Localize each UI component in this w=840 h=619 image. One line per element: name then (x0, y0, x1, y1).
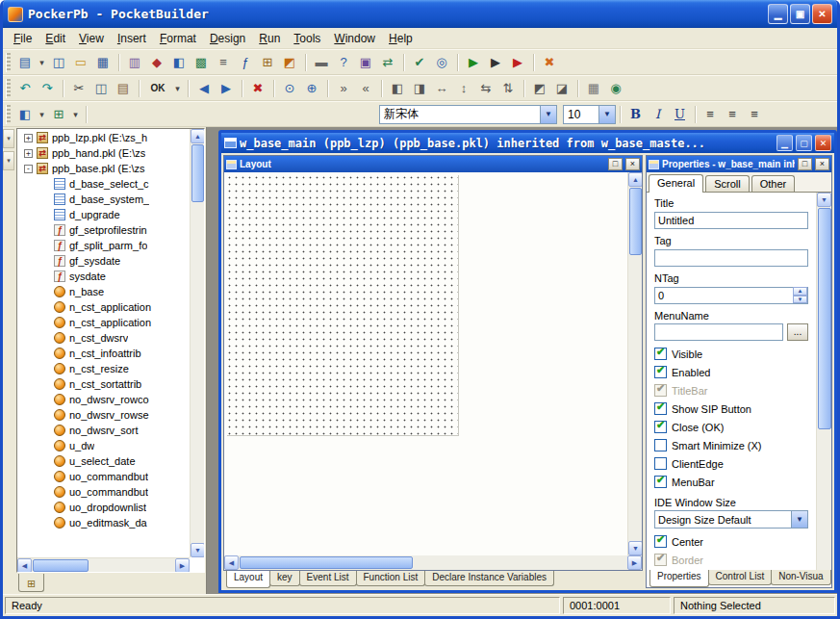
window-design-area[interactable] (226, 174, 458, 435)
properties-bottom-tab[interactable]: Non-Visua (771, 570, 831, 585)
cut-icon[interactable]: ✂ (68, 78, 89, 99)
properties-close-button[interactable]: × (815, 158, 829, 170)
tree-item[interactable]: uo_editmask_da (18, 515, 189, 530)
restore-button[interactable]: ▣ (790, 4, 810, 24)
checkbox-row[interactable]: Visible (654, 345, 808, 363)
tree-item[interactable]: no_dwsrv_rowco (18, 392, 189, 407)
view-tab[interactable]: Declare Instance Variables (424, 571, 554, 586)
toolbar-icon[interactable] (238, 78, 246, 99)
next-icon[interactable]: ▶ (216, 78, 237, 99)
layers-icon[interactable]: ◧ (14, 104, 36, 125)
scroll-up-icon[interactable] (628, 172, 642, 187)
same-width-icon[interactable]: ⇆ (475, 78, 496, 99)
view-tab[interactable]: key (269, 571, 300, 586)
toolbar-grip[interactable] (6, 79, 11, 98)
toolbar-icon[interactable] (59, 78, 67, 99)
scroll-down-icon[interactable] (628, 541, 642, 555)
checkbox-row[interactable]: Smart Minimize (X) (654, 436, 808, 454)
toolbar-icon[interactable] (82, 104, 90, 125)
inherit-icon[interactable]: ◫ (48, 52, 69, 73)
toolbar-icon[interactable] (323, 78, 332, 99)
toolbar-grip[interactable] (6, 105, 11, 124)
docked-toolbar-button[interactable]: ▾ (3, 129, 14, 148)
spin-up-icon[interactable] (793, 287, 807, 296)
tree-item[interactable]: d_upgrade (18, 207, 189, 222)
tree-item[interactable]: u_dw (18, 438, 189, 453)
tree-item[interactable]: gf_sysdate (18, 253, 189, 269)
menu-item[interactable]: Run (252, 29, 287, 48)
database-painter-icon[interactable]: ▬ (311, 52, 332, 73)
properties-vertical-scrollbar[interactable] (816, 193, 831, 570)
function-painter-icon[interactable]: ƒ (235, 52, 256, 73)
tree-item[interactable]: n_cst_sortattrib (18, 376, 189, 392)
align-edges-icon[interactable]: ◧ (387, 78, 408, 99)
tree-item[interactable]: n_cst_infoattrib (18, 346, 189, 361)
menu-item[interactable]: File (7, 29, 38, 48)
same-height-icon[interactable]: ⇅ (497, 78, 519, 99)
ntag-input[interactable] (654, 287, 808, 304)
checkbox-row[interactable]: MenuBar (654, 473, 808, 491)
dropdown-arrow-icon[interactable]: ▾ (37, 104, 47, 125)
italic-button[interactable]: I (647, 104, 669, 125)
tab-system-tree[interactable] (18, 574, 44, 592)
chevron-down-icon[interactable] (540, 106, 556, 123)
toolbar-icon[interactable] (520, 78, 528, 99)
properties-maximize-button[interactable]: □ (798, 158, 812, 170)
title-input[interactable] (654, 212, 808, 229)
scrollbar-thumb[interactable] (240, 556, 413, 569)
chevron-down-icon[interactable] (598, 106, 615, 123)
checkbox[interactable] (654, 384, 667, 397)
space-vertical-icon[interactable]: ↕ (453, 78, 474, 99)
child-close-button[interactable]: ✕ (815, 135, 831, 151)
menu-item[interactable]: Insert (111, 29, 153, 48)
tree-item[interactable]: - ppb_base.pkl (E:\zs (18, 161, 189, 176)
uncomment-icon[interactable]: « (355, 78, 376, 99)
font-size-combobox[interactable]: 10 (563, 105, 616, 124)
font-name-combobox[interactable]: 新宋体 (379, 105, 557, 124)
toolbar-icon[interactable] (269, 78, 278, 99)
toolbar-icon[interactable] (453, 52, 462, 73)
checkbox[interactable] (654, 439, 667, 451)
toolbar-icon[interactable] (301, 52, 310, 73)
tag-input[interactable] (654, 249, 808, 267)
checkbox[interactable] (654, 476, 667, 488)
save-icon[interactable]: ▦ (92, 52, 114, 73)
child-maximize-button[interactable]: ▢ (796, 135, 812, 151)
design-surface[interactable] (224, 172, 642, 555)
tree-item[interactable]: n_cst_application (18, 299, 189, 315)
redo-icon[interactable]: ↷ (37, 78, 58, 99)
scroll-down-icon[interactable] (191, 543, 205, 557)
checkbox-row[interactable]: ClientEdge (654, 454, 808, 473)
dropdown-arrow-icon[interactable]: ▾ (37, 52, 47, 73)
child-titlebar[interactable]: w_base_main (ppb_lzp) (ppb_base.pkl) inh… (221, 133, 834, 153)
scroll-up-icon[interactable] (191, 129, 205, 143)
checkbox[interactable] (654, 554, 667, 566)
minimize-button[interactable]: ▁ (768, 4, 788, 24)
tree-vertical-scrollbar[interactable] (190, 129, 204, 557)
checkbox-row[interactable]: Center (654, 532, 808, 551)
align-text-center-icon[interactable]: ≡ (722, 104, 743, 125)
bring-to-front-icon[interactable]: ◩ (529, 78, 550, 99)
properties-tab[interactable]: Other (751, 175, 796, 192)
checkbox[interactable] (654, 421, 667, 433)
ok-icon[interactable]: OK (144, 78, 171, 99)
send-to-back-icon[interactable]: ◪ (551, 78, 573, 99)
checkbox[interactable] (654, 348, 667, 360)
library-painter-icon[interactable]: ▥ (124, 52, 145, 73)
tree-item[interactable]: uo_dropdownlist (18, 500, 189, 515)
child-minimize-button[interactable]: ▁ (776, 135, 793, 151)
menu-item[interactable]: Edit (38, 29, 72, 48)
window-painter-icon[interactable]: ◧ (168, 52, 190, 73)
chevron-down-icon[interactable] (791, 511, 807, 528)
prev-icon[interactable]: ◀ (193, 78, 215, 99)
toolbar-icon[interactable] (184, 78, 192, 99)
tree-item[interactable]: n_base (18, 284, 189, 299)
menu-item[interactable]: Help (382, 29, 420, 48)
toolbar-icon[interactable] (573, 78, 582, 99)
layout-vertical-scrollbar[interactable] (627, 172, 642, 555)
layout-maximize-button[interactable]: □ (608, 158, 623, 170)
toolbar-icon[interactable] (115, 52, 123, 73)
dropdown-arrow-icon[interactable]: ▾ (172, 78, 183, 99)
scroll-left-icon[interactable] (224, 555, 239, 570)
expander-icon[interactable]: + (24, 149, 33, 158)
